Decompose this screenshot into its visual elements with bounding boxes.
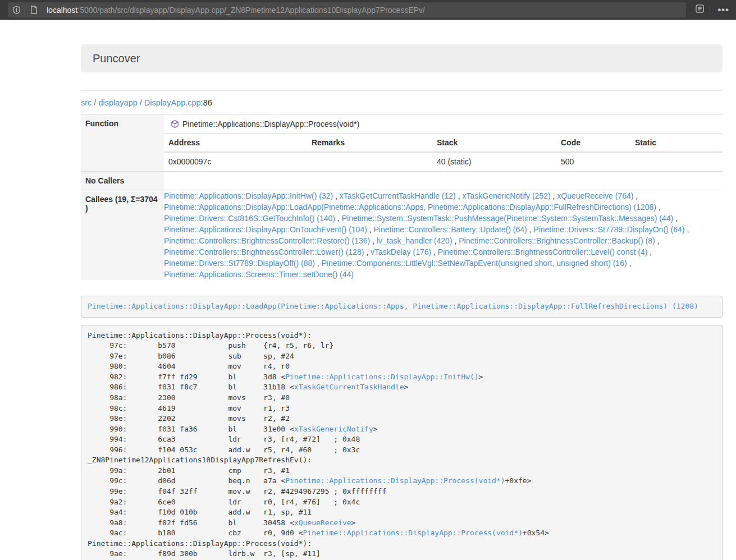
col-static: Static	[630, 134, 723, 153]
callee-link[interactable]: Pinetime::Applications::Screens::Timer::…	[164, 270, 354, 279]
callee-link[interactable]: Pinetime::Components::LittleVgl::SetNewT…	[322, 259, 627, 268]
table-row: 0x0000097c 40 (static) 500	[164, 152, 723, 171]
callee-link[interactable]: Pinetime::Applications::DisplayApp::Load…	[164, 203, 656, 212]
disassembly-block: Pinetime::Applications::DisplayApp::Proc…	[81, 325, 723, 560]
col-code: Code	[556, 134, 630, 153]
url-host: localhost	[47, 6, 77, 15]
callee-link[interactable]: Pinetime::Controllers::BrightnessControl…	[164, 236, 370, 245]
asm-symbol-link[interactable]: Pinetime::Applications::DisplayApp::Proc…	[303, 529, 523, 537]
highlighted-callee-snippet: Pinetime::Applications::DisplayApp::Load…	[81, 296, 723, 318]
symbol-stats-table: Address Remarks Stack Code Static 0x0000…	[164, 133, 723, 171]
breadcrumb-link[interactable]: displayapp	[98, 98, 137, 107]
callees-row: Callees (19, Σ=3704 ) Pinetime::Applicat…	[81, 190, 723, 281]
cell-static	[630, 152, 723, 171]
callee-link[interactable]: Pinetime::Controllers::Battery::Update()…	[374, 225, 527, 234]
menu-dots-icon[interactable]: •••	[715, 2, 732, 17]
cell-address: 0x0000097c	[164, 152, 307, 171]
breadcrumb-link[interactable]: DisplayApp.cpp	[144, 98, 201, 107]
asm-symbol-link[interactable]: xTaskGenericNotify	[294, 425, 373, 433]
callee-link[interactable]: Pinetime::Applications::DisplayApp::Init…	[164, 191, 333, 200]
no-callers-row: No Callers	[81, 172, 723, 190]
url-path: :5000/path/src/displayapp/DisplayApp.cpp…	[77, 6, 425, 15]
asm-symbol-link[interactable]: Pinetime::Applications::DisplayApp::Proc…	[285, 476, 505, 485]
cell-remarks	[307, 152, 432, 171]
callee-link[interactable]: Pinetime::Controllers::BrightnessControl…	[459, 236, 655, 245]
function-table: Function Pinetime::Applications::Display…	[81, 114, 723, 280]
callees-label: Callees (19, Σ=3704 )	[81, 190, 164, 281]
divider	[710, 5, 710, 15]
callees-list: Pinetime::Applications::DisplayApp::Init…	[164, 190, 723, 281]
col-remarks: Remarks	[307, 134, 432, 153]
callee-link[interactable]: Pinetime::Applications::DisplayApp::OnTo…	[164, 225, 367, 234]
callee-link[interactable]: Pinetime::Applications::DisplayApp::Load…	[88, 302, 698, 310]
url-bar[interactable]: localhost:5000/path/src/displayapp/Displ…	[8, 2, 686, 17]
page-container: Puncover src / displayapp / DisplayApp.c…	[81, 20, 723, 560]
callee-link[interactable]: Pinetime::System::SystemTask::PushMessag…	[342, 214, 674, 223]
callee-link[interactable]: Pinetime::Controllers::BrightnessControl…	[438, 247, 647, 256]
function-symbol: Pinetime::Applications::DisplayApp::Proc…	[182, 120, 359, 128]
cell-code: 500	[556, 152, 630, 171]
function-symbol-row: Pinetime::Applications::DisplayApp::Proc…	[164, 114, 723, 133]
shield-icon[interactable]	[8, 2, 25, 17]
reader-mode-icon[interactable]	[695, 4, 705, 16]
callee-link[interactable]: xQueueReceive (764)	[557, 191, 633, 200]
page-title: Puncover	[93, 52, 140, 65]
breadcrumb-link[interactable]: src	[81, 98, 92, 107]
divider	[81, 90, 723, 91]
col-address: Address	[164, 134, 307, 153]
page-icon[interactable]	[25, 2, 42, 17]
url-text[interactable]: localhost:5000/path/src/displayapp/Displ…	[47, 6, 425, 15]
cell-stack: 40 (static)	[432, 152, 556, 171]
asm-symbol-link[interactable]: Pinetime::Applications::DisplayApp::Init…	[285, 373, 478, 381]
asm-symbol-link[interactable]: xTaskGetCurrentTaskHandle	[294, 383, 404, 391]
app-header: Puncover	[81, 44, 723, 72]
breadcrumb-line-number: :86	[201, 98, 212, 107]
browser-chrome: localhost:5000/path/src/displayapp/Displ…	[0, 0, 736, 20]
callee-link[interactable]: xTaskGetCurrentTaskHandle (12)	[340, 191, 456, 200]
callee-link[interactable]: Pinetime::Drivers::St7789::DisplayOn() (…	[533, 225, 684, 234]
callee-link[interactable]: vTaskDelay (176)	[371, 247, 431, 256]
breadcrumb: src / displayapp / DisplayApp.cpp:86	[81, 98, 723, 107]
function-label: Function	[81, 114, 164, 172]
symbol-cube-icon	[171, 120, 179, 128]
callee-link[interactable]: Pinetime::Drivers::St7789::DisplayOff() …	[164, 259, 315, 268]
col-stack: Stack	[432, 134, 556, 153]
callee-link[interactable]: Pinetime::Controllers::BrightnessControl…	[164, 247, 364, 256]
asm-symbol-link[interactable]: xQueueReceive	[294, 518, 351, 527]
no-callers-label: No Callers	[81, 172, 164, 190]
callee-link[interactable]: Pinetime::Drivers::Cst816S::GetTouchInfo…	[164, 214, 335, 223]
callee-link[interactable]: lv_task_handler (420)	[377, 236, 452, 245]
function-row: Function Pinetime::Applications::Display…	[81, 114, 723, 172]
callee-link[interactable]: xTaskGenericNotify (252)	[462, 191, 550, 200]
